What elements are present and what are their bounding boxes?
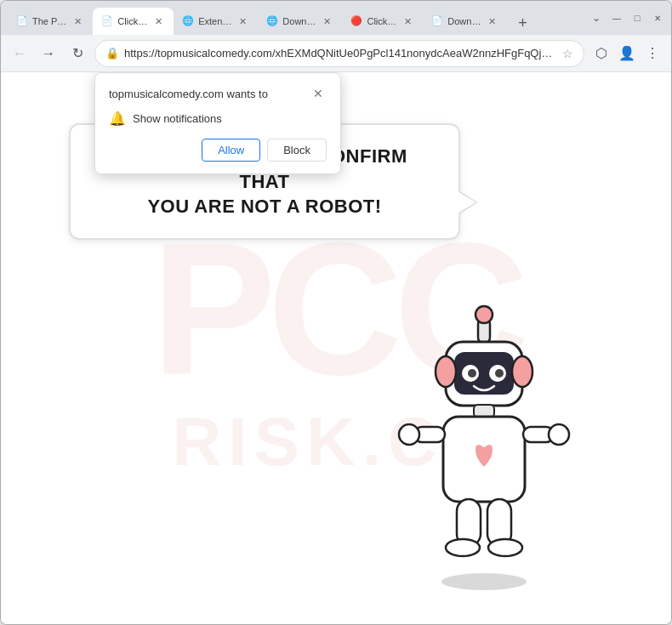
tab-4-title: Down…	[282, 16, 316, 26]
robot-shadow	[441, 573, 527, 590]
tab-3-title: Exten…	[198, 16, 231, 26]
new-tab-button[interactable]: +	[510, 11, 534, 35]
popup-title: topmusicalcomedy.com wants to	[109, 88, 268, 100]
address-bar: ← → ↻ 🔒 https://topmusicalcomedy.com/xhE…	[1, 35, 671, 72]
tab-2-close[interactable]: ✕	[151, 14, 165, 28]
tab-3[interactable]: 🌐 Exten… ✕	[174, 8, 258, 35]
svg-point-7	[495, 369, 504, 378]
tab-3-favicon: 🌐	[182, 15, 194, 27]
tab-6-close[interactable]: ✕	[485, 14, 498, 28]
svg-point-19	[488, 539, 522, 556]
svg-point-13	[399, 424, 419, 445]
svg-point-17	[446, 539, 480, 556]
back-button[interactable]: ←	[8, 42, 31, 65]
tab-5-title: Click…	[367, 16, 396, 26]
tab-4-close[interactable]: ✕	[320, 14, 333, 28]
tab-6-title: Down…	[447, 16, 481, 26]
robot-svg	[382, 301, 586, 590]
allow-button[interactable]: Allow	[202, 139, 260, 162]
bookmark-icon[interactable]: ☆	[562, 47, 573, 60]
tab-4-favicon: 🌐	[266, 15, 278, 27]
tab-2-title: Click…	[117, 16, 147, 26]
url-text: https://topmusicalcomedy.com/xhEXMdQNitU…	[124, 47, 557, 60]
tab-5-close[interactable]: ✕	[401, 14, 414, 28]
tab-6[interactable]: 📄 Down… ✕	[423, 8, 507, 35]
tab-1-title: The P…	[32, 16, 66, 26]
title-bar: 📄 The P… ✕ 📄 Click… ✕ 🌐 Exten… ✕ 🌐 Down……	[1, 1, 671, 35]
tab-5-favicon: 🔴	[350, 15, 362, 27]
close-window-button[interactable]	[651, 11, 664, 25]
browser-window: 📄 The P… ✕ 📄 Click… ✕ 🌐 Exten… ✕ 🌐 Down……	[0, 0, 672, 625]
bell-icon: 🔔	[109, 111, 126, 127]
window-controls: ⌄	[589, 11, 664, 25]
tab-1-favicon: 📄	[16, 15, 28, 27]
svg-point-1	[476, 306, 493, 323]
tab-group: 📄 The P… ✕ 📄 Click… ✕ 🌐 Exten… ✕ 🌐 Down……	[8, 1, 579, 35]
tab-3-close[interactable]: ✕	[236, 14, 249, 28]
tab-2-favicon: 📄	[101, 15, 113, 27]
tab-dropdown-button[interactable]: ⌄	[589, 11, 603, 25]
forward-button[interactable]: →	[37, 42, 60, 65]
tab-5[interactable]: 🔴 Click… ✕	[342, 8, 423, 35]
svg-point-6	[468, 369, 476, 378]
reload-button[interactable]: ↻	[65, 42, 89, 65]
popup-notification-text: Show notifications	[133, 112, 222, 125]
robot-illustration	[382, 301, 603, 607]
block-button[interactable]: Block	[267, 139, 327, 162]
minimize-button[interactable]	[610, 11, 624, 25]
profile-button[interactable]: 👤	[615, 42, 639, 65]
svg-point-15	[549, 424, 569, 445]
svg-point-9	[512, 356, 532, 387]
tab-6-favicon: 📄	[431, 15, 443, 27]
toolbar-buttons: ⬡ 👤 ⋮	[589, 42, 664, 65]
url-bar[interactable]: 🔒 https://topmusicalcomedy.com/xhEXMdQNi…	[94, 40, 584, 67]
lock-icon: 🔒	[105, 47, 119, 60]
tab-1-close[interactable]: ✕	[71, 14, 84, 28]
menu-button[interactable]: ⋮	[641, 42, 664, 65]
maximize-button[interactable]	[630, 11, 644, 25]
popup-header: topmusicalcomedy.com wants to ✕	[109, 85, 327, 102]
tab-4[interactable]: 🌐 Down… ✕	[258, 8, 342, 35]
notification-popup: topmusicalcomedy.com wants to ✕ 🔔 Show n…	[94, 72, 341, 174]
speech-line-2: YOU ARE NOT A ROBOT!	[147, 196, 381, 217]
cast-button[interactable]: ⬡	[589, 42, 613, 65]
svg-point-8	[436, 356, 456, 387]
popup-notification-row: 🔔 Show notifications	[109, 111, 327, 127]
popup-close-button[interactable]: ✕	[310, 85, 327, 102]
popup-buttons: Allow Block	[109, 139, 327, 162]
tab-2[interactable]: 📄 Click… ✕	[93, 8, 174, 35]
tab-1[interactable]: 📄 The P… ✕	[8, 8, 93, 35]
page-content: PCC RISK.CC topmusicalcomedy.com wants t…	[1, 72, 671, 624]
